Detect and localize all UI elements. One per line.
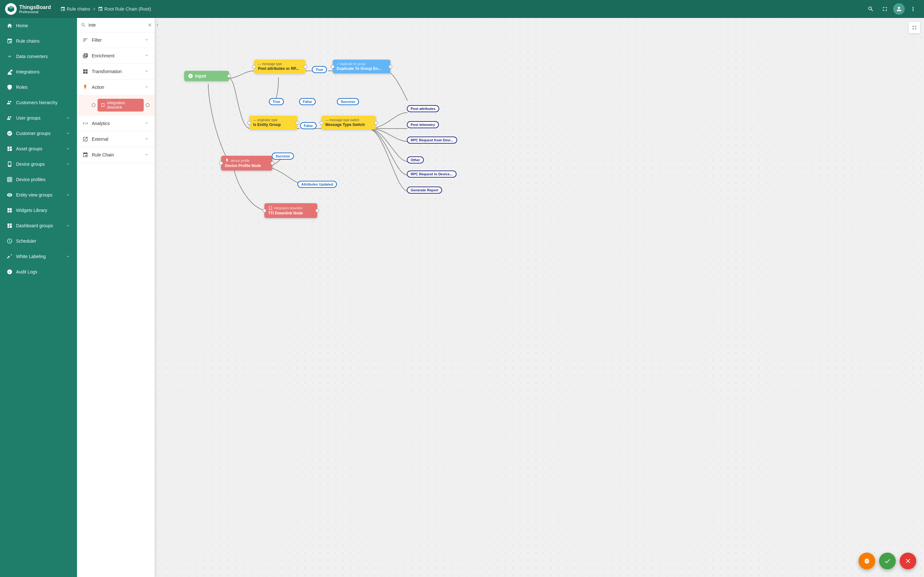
sidebar-item-home[interactable]: Home bbox=[0, 18, 77, 33]
section-action[interactable]: Action bbox=[77, 79, 155, 95]
sidebar-dashboard-groups-label: Dashboard groups bbox=[16, 223, 62, 228]
sidebar-item-entity-view-groups[interactable]: Entity view groups bbox=[0, 187, 77, 203]
output-label-other: Other bbox=[407, 156, 424, 163]
sidebar-asset-groups-label: Asset groups bbox=[16, 146, 62, 151]
white-labeling-chevron bbox=[65, 254, 71, 259]
sidebar-item-data-converters[interactable]: Data converters bbox=[0, 49, 77, 64]
node-msg-type-label: Post attributes or RP... bbox=[258, 66, 302, 71]
label-true1: True bbox=[312, 66, 327, 73]
node-input-label: Input bbox=[195, 73, 206, 79]
device-groups-icon bbox=[6, 161, 13, 167]
label-false1: False bbox=[300, 122, 317, 129]
connections-svg bbox=[155, 18, 462, 288]
panel-collapse-button[interactable] bbox=[155, 22, 160, 28]
sidebar-item-integrations[interactable]: Integrations bbox=[0, 64, 77, 79]
filter-chevron bbox=[144, 37, 150, 43]
sidebar: Home Rule chains Data converters Integra… bbox=[0, 18, 77, 288]
customer-groups-icon bbox=[6, 130, 13, 137]
node-integration-downlink-canvas[interactable]: integration downlink TTI Downlink Node bbox=[264, 203, 317, 218]
rule-chain-icon bbox=[82, 152, 89, 158]
sidebar-customers-hierarchy-label: Customers hierarchy bbox=[16, 100, 71, 105]
section-enrichment[interactable]: Enrichment bbox=[77, 48, 155, 64]
device-profiles-icon bbox=[6, 176, 13, 183]
sidebar-item-widgets-library[interactable]: Widgets Library bbox=[0, 203, 77, 218]
node-idl-port-left bbox=[262, 209, 266, 213]
node-duplicate-to-group[interactable]: ⤢ duplicate to group Duplicate To Group … bbox=[333, 60, 391, 73]
node-mts-label: Message Type Switch bbox=[325, 122, 372, 127]
rule-chain-label: Rule Chain bbox=[92, 152, 141, 157]
widgets-library-icon bbox=[6, 207, 13, 213]
node-msg-type[interactable]: — message type Post attributes or RP... bbox=[254, 60, 305, 73]
user-groups-icon bbox=[6, 115, 13, 121]
node-panel: Filter Enrichment Transfor bbox=[77, 18, 155, 288]
output-label-post-attributes: Post attributes bbox=[407, 105, 439, 112]
sidebar-item-dashboard-groups[interactable]: Dashboard groups bbox=[0, 218, 77, 234]
breadcrumb-rule-chains[interactable]: Rule chains bbox=[60, 6, 90, 11]
panel-clear-button[interactable] bbox=[147, 22, 152, 28]
action-label: Action bbox=[92, 85, 141, 90]
node-orig-port-left bbox=[247, 121, 251, 125]
output-label-rpc-from-device: RPC Request from Devi... bbox=[407, 137, 457, 143]
section-transformation[interactable]: Transformation bbox=[77, 64, 155, 79]
panel-search-header bbox=[77, 18, 155, 32]
node-device-profile[interactable]: device profile Device Profile Node bbox=[221, 156, 272, 171]
section-analytics[interactable]: Analytics bbox=[77, 116, 155, 131]
node-dp-port-left bbox=[219, 161, 223, 165]
node-mts-type: — message type switch bbox=[325, 118, 372, 122]
node-orig-port-right bbox=[296, 121, 299, 125]
analytics-chevron bbox=[144, 121, 150, 126]
sidebar-item-device-profiles[interactable]: Device profiles bbox=[0, 172, 77, 187]
sidebar-item-rule-chains[interactable]: Rule chains bbox=[0, 33, 77, 49]
sidebar-customer-groups-label: Customer groups bbox=[16, 131, 62, 136]
section-rule-chain[interactable]: Rule Chain bbox=[77, 147, 155, 163]
node-duplicate-type: ⤢ duplicate to group bbox=[336, 62, 387, 66]
dashboard-groups-icon bbox=[6, 222, 13, 229]
sidebar-item-user-groups[interactable]: User groups bbox=[0, 110, 77, 126]
sidebar-audit-logs-label: Audit Logs bbox=[16, 269, 71, 274]
section-external[interactable]: External bbox=[77, 131, 155, 147]
node-originator-type-type: — originator type bbox=[253, 118, 294, 122]
sidebar-rule-chains-label: Rule chains bbox=[16, 39, 71, 44]
sidebar-item-audit-logs[interactable]: Audit Logs bbox=[0, 264, 77, 279]
breadcrumb-chain-label: Rule chains bbox=[67, 6, 90, 11]
scheduler-icon bbox=[6, 238, 13, 244]
sidebar-item-customer-groups[interactable]: Customer groups bbox=[0, 126, 77, 141]
node-dp-port-right bbox=[270, 161, 274, 165]
action-item-integration-downlink[interactable]: integration downlink bbox=[77, 95, 155, 116]
sidebar-item-roles[interactable]: Roles bbox=[0, 79, 77, 95]
roles-icon bbox=[6, 84, 13, 90]
panel-search-input[interactable] bbox=[89, 23, 145, 27]
breadcrumb-current-chain[interactable]: Root Rule Chain (Root) bbox=[98, 6, 151, 11]
node-input[interactable]: Input bbox=[184, 71, 229, 81]
node-originator-type[interactable]: — originator type Is Entity Group bbox=[249, 116, 297, 129]
transformation-icon bbox=[82, 68, 89, 75]
sidebar-item-scheduler[interactable]: Scheduler bbox=[0, 234, 77, 249]
node-mts-port-left bbox=[320, 121, 323, 125]
node-input-port-right bbox=[227, 74, 231, 78]
sidebar-device-groups-label: Device groups bbox=[16, 161, 62, 167]
sidebar-item-customers-hierarchy[interactable]: Customers hierarchy bbox=[0, 95, 77, 110]
action-item-label: integration downlink bbox=[107, 101, 141, 110]
main-content: Filter Enrichment Transfor bbox=[77, 18, 462, 288]
breadcrumb-sep: > bbox=[93, 6, 95, 11]
breadcrumb-current-label: Root Rule Chain (Root) bbox=[104, 6, 151, 11]
sidebar-item-white-labeling[interactable]: White Labeling bbox=[0, 249, 77, 264]
label-false2: False bbox=[299, 98, 316, 105]
flow-canvas[interactable]: Input — message type Post attributes or … bbox=[155, 18, 462, 288]
node-msg-type-port-left bbox=[252, 65, 256, 69]
sidebar-item-asset-groups[interactable]: Asset groups bbox=[0, 141, 77, 156]
sidebar-item-device-groups[interactable]: Device groups bbox=[0, 156, 77, 172]
section-filter[interactable]: Filter bbox=[77, 32, 155, 48]
rule-chain-chevron bbox=[144, 152, 150, 158]
node-idl-type: integration downlink bbox=[274, 206, 302, 210]
app-name: ThingsBoard bbox=[19, 5, 51, 10]
sidebar-user-groups-label: User groups bbox=[16, 115, 62, 121]
enrichment-icon bbox=[82, 53, 89, 59]
label-success2: Success bbox=[272, 153, 294, 160]
panel-search-icon bbox=[81, 22, 86, 28]
node-msg-type-type: — message type bbox=[258, 62, 302, 66]
label-attributes-updated: Attributes Updated bbox=[297, 181, 337, 188]
node-idl-label: TTI Downlink Node bbox=[268, 211, 313, 215]
action-chevron bbox=[144, 85, 150, 90]
node-msg-type-switch[interactable]: — message type switch Message Type Switc… bbox=[321, 116, 376, 129]
